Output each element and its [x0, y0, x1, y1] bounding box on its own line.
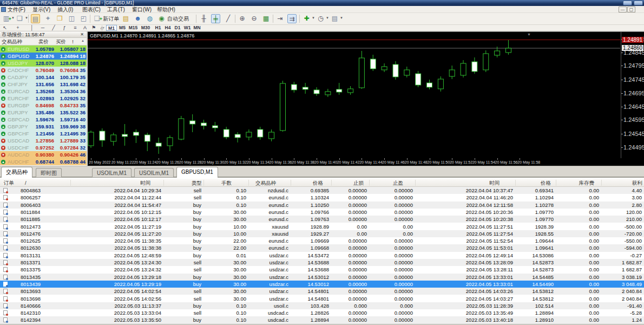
mw-col-3[interactable]: ! — [72, 38, 74, 46]
terminal-row-8142394[interactable]: 81423942022.05.03 13:35:50buy0.10usdcad.… — [0, 316, 644, 323]
mw-row-USDCHF[interactable]: ▼USDCHF0.972520.9728432 — [0, 144, 87, 151]
autotrading-label[interactable]: 自动交易 — [167, 13, 189, 24]
mw-row-EURCHF[interactable]: ▲EURCHF1.028931.0292532 — [0, 95, 87, 102]
mw-col-0[interactable]: 交易品种 — [2, 38, 22, 46]
terminal-col-header-12[interactable]: 获利 — [632, 179, 642, 187]
mw-row-CHFJPY[interactable]: ▲CHFJPY131.656131.69842 — [0, 81, 87, 88]
terminal-col-header-6[interactable]: 价格 — [313, 179, 323, 187]
terminal-toggle-icon[interactable]: ❒ — [55, 14, 64, 23]
strategy-tester-icon[interactable]: ◫ — [67, 14, 76, 23]
chart-window-icon[interactable]: ◰ — [79, 14, 88, 23]
mw-row-EURJPY[interactable]: ▲EURJPY135.486135.52236 — [0, 109, 87, 116]
line-chart-mode-icon[interactable]: ╱ — [224, 14, 233, 23]
mw-tab-0[interactable]: 交易品种 — [1, 167, 32, 178]
mw-row-GBPCHF[interactable]: ▲GBPCHF1.214561.2149539 — [0, 130, 87, 137]
timeframe-button-D1[interactable]: D1 — [172, 25, 183, 31]
profiles-icon[interactable]: ❏ — [15, 14, 24, 23]
timeframe-button-M30[interactable]: M30 — [140, 25, 151, 31]
chart-tab-2[interactable]: GBPUSD,M1 — [176, 167, 218, 178]
terminal-row-8011884[interactable]: 80118842022.04.05 10:12:15buy30.00eurusd… — [0, 209, 644, 216]
mw-tab-1[interactable]: 即时图 — [36, 168, 62, 178]
mw-row-GBPUSD[interactable]: ▲GBPUSD1.248761.2489418 — [0, 53, 87, 60]
new-chart-icon-dropdown[interactable]: ▼ — [11, 16, 15, 20]
fibonacci-tool-icon[interactable]: ƒ — [61, 25, 68, 31]
scroll-up-icon[interactable]: ▲ — [81, 39, 84, 42]
terminal-col-header-3[interactable]: 类型 — [192, 179, 202, 187]
trendline-tool-icon[interactable]: ╱ — [50, 25, 57, 31]
autotrading-icon[interactable]: ◉ — [157, 14, 166, 23]
zoom-out-icon[interactable]: ⊖ — [249, 14, 259, 23]
candlestick-mode-icon[interactable]: ╪ — [211, 14, 220, 23]
indicators-icon-dropdown[interactable]: ▼ — [312, 16, 315, 20]
terminal-col-header-1[interactable]: / — [25, 179, 27, 187]
child-restore-button[interactable]: ▢ — [627, 6, 635, 12]
terminal-col-header-11[interactable]: 库存费 — [579, 179, 595, 187]
tile-windows-icon[interactable]: ▦ — [261, 14, 271, 23]
terminal-row-8013371[interactable]: 80133712022.04.05 13:24:30sell30.00usdza… — [0, 259, 644, 266]
new-order-icon[interactable]: ❑+ — [93, 14, 102, 23]
new-order-label[interactable]: 新订单 — [103, 13, 119, 24]
menu-item-0[interactable]: 文件(F) — [8, 6, 25, 13]
chart-shift-icon[interactable]: ⇥ — [275, 14, 285, 23]
terminal-row-8012630[interactable]: 80126302022.04.05 11:38:38buy22.00eurusd… — [0, 244, 644, 251]
mw-row-GBPJPY[interactable]: ▲GBPJPY159.931159.96938 — [0, 123, 87, 130]
crosshair-tool-icon[interactable]: + — [14, 25, 22, 31]
periods-icon-dropdown[interactable]: ▼ — [326, 16, 329, 20]
menu-item-1[interactable]: 显示(V) — [32, 6, 50, 13]
periods-icon[interactable]: ◷ — [316, 14, 325, 23]
menu-item-5[interactable]: 窗口(W) — [132, 6, 152, 13]
terminal-row-8012476[interactable]: 80124762022.04.05 11:27:20buy10.00xauusd… — [0, 230, 644, 237]
timeframe-button-M1[interactable]: M1 — [106, 25, 117, 31]
terminal-row-8013435[interactable]: 80134352022.04.05 13:29:18buy30.00usdzar… — [0, 274, 644, 281]
mw-row-USDJPY[interactable]: ▲USDJPY128.070128.08818 — [0, 60, 87, 67]
maximize-button[interactable] — [634, 1, 643, 5]
terminal-col-header-4[interactable]: 手数 — [221, 179, 232, 187]
menu-item-3[interactable]: 图表(C) — [82, 6, 101, 13]
terminal-col-header-10[interactable]: 价格 — [541, 179, 551, 187]
chart-tab-0[interactable]: USOILm,M1 — [92, 168, 132, 178]
zoom-in-icon[interactable]: ⊕ — [238, 14, 247, 23]
terminal-row-8013693[interactable]: 80136932022.04.05 14:02:54sell30.00usdza… — [0, 288, 644, 295]
mw-col-2[interactable]: 买价 — [56, 38, 66, 46]
child-minimize-button[interactable]: — — [619, 6, 627, 12]
timeframe-button-M5[interactable]: M5 — [117, 25, 128, 31]
mw-row-CADJPY[interactable]: ▲CADJPY100.144100.17935 — [0, 74, 87, 81]
menu-item-2[interactable]: 插入(I) — [57, 6, 73, 13]
timeframe-button-H4[interactable]: H4 — [162, 25, 173, 31]
chart-tab-1[interactable]: USOILm,M1 — [134, 168, 174, 178]
close-icon[interactable]: ✕ — [80, 32, 84, 37]
mw-row-GBPCAD[interactable]: ▲GBPCAD1.596761.5971640 — [0, 116, 87, 123]
mw-row-CADCHF[interactable]: ▼CADCHF0.760490.7608435 — [0, 67, 87, 74]
chart-time-axis[interactable]: 20 May 202220 May 11:2220 May 11:2420 Ma… — [88, 158, 644, 166]
terminal-col-header-9[interactable]: 时间 — [489, 179, 500, 187]
terminal-col-header-8[interactable]: 止盈 — [393, 179, 403, 187]
label-tool-icon[interactable]: ⚑ — [90, 25, 97, 31]
chart-price-scale[interactable]: 1.248951.248451.247951.247451.246951.246… — [621, 32, 644, 159]
terminal-row-8013439[interactable]: 80134392022.04.05 13:29:19buy30.00usdzar… — [0, 281, 644, 288]
market-watch-toggle-icon[interactable]: ▤ — [31, 14, 40, 23]
terminal-col-header-5[interactable]: 交易品种 — [255, 179, 276, 187]
bar-chart-mode-icon[interactable]: ╫ — [199, 14, 208, 23]
new-chart-icon[interactable]: ▥+ — [2, 14, 11, 23]
cursor-tool-icon[interactable]: ↖ — [1, 25, 9, 31]
scroll-down-icon[interactable]: ▼ — [81, 160, 84, 164]
menu-item-6[interactable]: 帮助(H) — [157, 6, 175, 13]
terminal-row-8142310[interactable]: 81423102022.05.03 13:33:04sell0.10usdcad… — [0, 309, 644, 316]
terminal-col-header-2[interactable]: 时间 — [140, 179, 150, 187]
history-center-icon[interactable]: ▤ — [121, 14, 130, 23]
terminal-row-8006403[interactable]: 80064032022.04.04 11:54:47buy0.10eurusd.… — [0, 202, 644, 209]
chart-plot[interactable] — [88, 32, 620, 159]
mw-row-EURCAD[interactable]: ▲EURCAD1.352681.3530436 — [0, 88, 87, 95]
timeframe-button-M15[interactable]: M15 — [128, 25, 139, 31]
terminal-row-8012473[interactable]: 80124732022.04.05 11:27:19buy10.00xauusd… — [0, 223, 644, 230]
terminal-col-header-7[interactable]: 止损 — [353, 179, 364, 187]
mw-row-USDCAD[interactable]: ▼USDCAD1.278561.2788933 — [0, 137, 87, 144]
menu-item-4[interactable]: 工具(T) — [107, 6, 125, 13]
vertical-line-tool-icon[interactable]: │ — [28, 25, 36, 31]
terminal-col-header-0[interactable]: 订单 — [4, 179, 14, 187]
terminal-row-8013698[interactable]: 80136982022.04.05 14:02:56sell30.00usdza… — [0, 295, 644, 302]
timeframe-button-H1[interactable]: H1 — [153, 25, 163, 31]
terminal-row-8011885[interactable]: 80118852022.04.05 10:12:17buy30.00eurusd… — [0, 216, 644, 223]
terminal-row-8006257[interactable]: 80062572022.04.04 11:22:44sell0.10eurusd… — [0, 194, 644, 201]
timeframe-button-W1[interactable]: W1 — [182, 25, 193, 31]
